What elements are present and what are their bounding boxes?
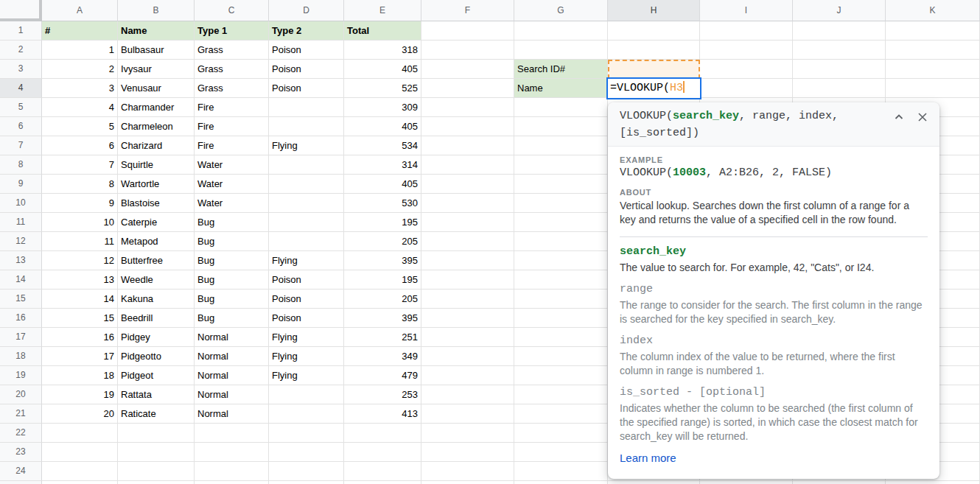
cell-E17[interactable]: 251 — [344, 328, 421, 347]
cell-B23[interactable] — [118, 443, 195, 462]
cell-A20[interactable]: 19 — [42, 385, 118, 404]
cell-B9[interactable]: Wartortle — [118, 175, 195, 194]
cell-E18[interactable]: 349 — [344, 347, 421, 366]
cell-A14[interactable]: 13 — [42, 270, 118, 290]
cell-J1[interactable] — [793, 21, 886, 41]
cell-A7[interactable]: 6 — [42, 136, 118, 155]
cell-G14[interactable] — [514, 270, 608, 290]
cell-D16[interactable]: Poison — [269, 309, 344, 328]
cell-F2[interactable] — [421, 41, 514, 60]
cell-E8[interactable]: 314 — [344, 155, 421, 175]
cell-H25[interactable] — [608, 481, 700, 484]
cell-E20[interactable]: 253 — [344, 385, 421, 404]
cell-K4[interactable] — [886, 79, 980, 98]
cell-B18[interactable]: Pidgeotto — [118, 347, 195, 366]
row-header-8[interactable]: 8 — [0, 155, 42, 175]
column-header-A[interactable]: A — [42, 0, 118, 21]
cell-E2[interactable]: 318 — [344, 41, 421, 60]
cell-D13[interactable]: Flying — [269, 251, 344, 270]
cell-C22[interactable] — [195, 424, 269, 443]
cell-G10[interactable] — [514, 194, 608, 213]
cell-E13[interactable]: 395 — [344, 251, 421, 270]
cell-B13[interactable]: Butterfree — [118, 251, 195, 270]
cell-A18[interactable]: 17 — [42, 347, 118, 366]
cell-E21[interactable]: 413 — [344, 404, 421, 424]
cell-D3[interactable]: Poison — [269, 60, 344, 79]
select-all-corner[interactable] — [0, 0, 42, 21]
cell-A15[interactable]: 14 — [42, 290, 118, 309]
cell-F22[interactable] — [421, 424, 514, 443]
cell-B7[interactable]: Charizard — [118, 136, 195, 155]
cell-C5[interactable]: Fire — [195, 98, 269, 117]
cell-A6[interactable]: 5 — [42, 117, 118, 136]
cell-G20[interactable] — [514, 385, 608, 404]
cell-B5[interactable]: Charmander — [118, 98, 195, 117]
cell-D17[interactable]: Flying — [269, 328, 344, 347]
cell-C12[interactable]: Bug — [195, 232, 269, 251]
cell-E11[interactable]: 195 — [344, 213, 421, 232]
cell-A9[interactable]: 8 — [42, 175, 118, 194]
cell-C11[interactable]: Bug — [195, 213, 269, 232]
cell-G24[interactable] — [514, 462, 608, 481]
cell-A1[interactable]: # — [42, 21, 118, 41]
cell-A21[interactable]: 20 — [42, 404, 118, 424]
cell-J2[interactable] — [793, 41, 886, 60]
referenced-cell-H3[interactable] — [608, 60, 700, 79]
row-header-23[interactable]: 23 — [0, 443, 42, 462]
cell-C21[interactable]: Normal — [195, 404, 269, 424]
cell-F1[interactable] — [421, 21, 514, 41]
cell-F17[interactable] — [421, 328, 514, 347]
cell-A10[interactable]: 9 — [42, 194, 118, 213]
row-header-12[interactable]: 12 — [0, 232, 42, 251]
cell-A13[interactable]: 12 — [42, 251, 118, 270]
cell-I2[interactable] — [700, 41, 793, 60]
cell-F3[interactable] — [421, 60, 514, 79]
cell-A25[interactable] — [42, 481, 118, 484]
cell-C15[interactable]: Bug — [195, 290, 269, 309]
column-header-B[interactable]: B — [118, 0, 195, 21]
cell-J3[interactable] — [793, 60, 886, 79]
cell-G15[interactable] — [514, 290, 608, 309]
cell-F24[interactable] — [421, 462, 514, 481]
cell-C25[interactable] — [195, 481, 269, 484]
cell-C7[interactable]: Fire — [195, 136, 269, 155]
cell-E24[interactable] — [344, 462, 421, 481]
row-header-18[interactable]: 18 — [0, 347, 42, 366]
cell-E5[interactable]: 309 — [344, 98, 421, 117]
column-header-K[interactable]: K — [886, 0, 980, 21]
cell-B1[interactable]: Name — [118, 21, 195, 41]
cell-C18[interactable]: Normal — [195, 347, 269, 366]
row-header-17[interactable]: 17 — [0, 328, 42, 347]
cell-C6[interactable]: Fire — [195, 117, 269, 136]
cell-I1[interactable] — [700, 21, 793, 41]
cell-A5[interactable]: 4 — [42, 98, 118, 117]
cell-F23[interactable] — [421, 443, 514, 462]
cell-F8[interactable] — [421, 155, 514, 175]
cell-B10[interactable]: Blastoise — [118, 194, 195, 213]
cell-F11[interactable] — [421, 213, 514, 232]
column-header-J[interactable]: J — [793, 0, 886, 21]
cell-B14[interactable]: Weedle — [118, 270, 195, 290]
cell-F6[interactable] — [421, 117, 514, 136]
cell-C19[interactable]: Normal — [195, 366, 269, 385]
column-header-G[interactable]: G — [514, 0, 608, 21]
cell-D11[interactable] — [269, 213, 344, 232]
column-header-H[interactable]: H — [608, 0, 700, 21]
cell-F4[interactable] — [421, 79, 514, 98]
cell-A23[interactable] — [42, 443, 118, 462]
cell-C20[interactable]: Normal — [195, 385, 269, 404]
cell-D22[interactable] — [269, 424, 344, 443]
cell-D21[interactable] — [269, 404, 344, 424]
cell-J25[interactable] — [793, 481, 886, 484]
cell-E23[interactable] — [344, 443, 421, 462]
cell-D7[interactable]: Flying — [269, 136, 344, 155]
row-header-21[interactable]: 21 — [0, 404, 42, 424]
cell-G9[interactable] — [514, 175, 608, 194]
cell-F14[interactable] — [421, 270, 514, 290]
cell-D19[interactable]: Flying — [269, 366, 344, 385]
cell-E10[interactable]: 530 — [344, 194, 421, 213]
cell-G21[interactable] — [514, 404, 608, 424]
cell-D1[interactable]: Type 2 — [269, 21, 344, 41]
cell-E25[interactable] — [344, 481, 421, 484]
cell-K2[interactable] — [886, 41, 980, 60]
